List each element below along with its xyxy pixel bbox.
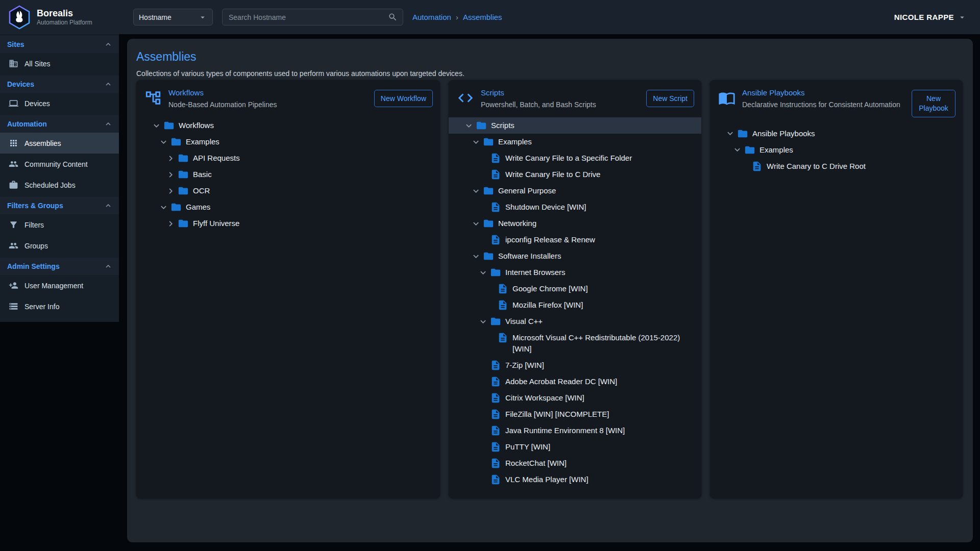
user-menu[interactable]: NICOLE RAPPE bbox=[894, 13, 967, 22]
tree-folder-scripts[interactable]: Scripts bbox=[449, 117, 701, 134]
search-box[interactable] bbox=[222, 9, 403, 26]
breadcrumb-link-automation[interactable]: Automation bbox=[412, 13, 451, 21]
folder-icon bbox=[170, 202, 182, 213]
tree-folder-general-purpose[interactable]: General Purpose bbox=[449, 183, 701, 199]
chevron-down-icon[interactable] bbox=[723, 128, 737, 139]
tree-file-rocketchat-win[interactable]: RocketChat [WIN] bbox=[449, 455, 701, 471]
sidebar-item-devices[interactable]: Devices bbox=[0, 93, 119, 114]
tree-folder-ansible-playbooks[interactable]: Ansible Playbooks bbox=[710, 126, 963, 142]
tree-folder-ocr[interactable]: OCR bbox=[136, 183, 440, 199]
new-workflow-button[interactable]: New Workflow bbox=[374, 90, 433, 107]
sidebar-item-label: Assemblies bbox=[24, 139, 61, 147]
chevron-down-icon[interactable] bbox=[469, 251, 482, 262]
groups-icon bbox=[9, 241, 18, 251]
twisty-spacer bbox=[738, 161, 751, 172]
scripts-card-title: Scripts bbox=[481, 88, 641, 97]
tree-folder-basic[interactable]: Basic bbox=[136, 166, 440, 183]
tree-folder-examples[interactable]: Examples bbox=[136, 134, 440, 150]
tree-file-java-runtime-environment-8-win[interactable]: Java Runtime Environment 8 [WIN] bbox=[449, 422, 701, 439]
sidebar-item-server-info[interactable]: Server Info bbox=[0, 296, 119, 317]
chevron-down-icon[interactable] bbox=[157, 136, 170, 147]
playbooks-card-subtitle: Declarative Instructions for Consistent … bbox=[742, 100, 906, 109]
scripts-card-subtitle: Powershell, Batch, and Bash Scripts bbox=[481, 100, 641, 109]
sidebar-item-groups[interactable]: Groups bbox=[0, 235, 119, 256]
chevron-down-icon[interactable] bbox=[469, 136, 482, 147]
tree-file-microsoft-visual-c-redistributable-2015-2022-win[interactable]: Microsoft Visual C++ Redistributable (20… bbox=[449, 330, 701, 357]
tree-file-write-canary-to-c-drive-root[interactable]: Write Canary to C Drive Root bbox=[710, 158, 963, 174]
playbooks-card-header: Ansible Playbooks Declarative Instructio… bbox=[710, 80, 963, 122]
chevron-right-icon[interactable] bbox=[164, 169, 177, 180]
breadcrumb-link-assemblies[interactable]: Assemblies bbox=[463, 13, 502, 21]
tree-file-filezilla-win-incomplete[interactable]: FileZilla [WIN] [INCOMPLETE] bbox=[449, 406, 701, 422]
tree-folder-games[interactable]: Games bbox=[136, 199, 440, 215]
chevron-right-icon[interactable] bbox=[164, 153, 177, 164]
tree-item-label: Basic bbox=[193, 169, 212, 180]
chevron-right-icon[interactable] bbox=[164, 185, 177, 196]
chevron-down-icon[interactable] bbox=[476, 316, 489, 327]
chevron-right-icon[interactable] bbox=[164, 218, 177, 229]
tree-item-label: Scripts bbox=[491, 120, 514, 131]
tree-item-label: Workflows bbox=[179, 120, 214, 131]
page-subtitle: Collections of various types of componen… bbox=[136, 69, 464, 78]
tree-item-label: ipconfig Release & Renew bbox=[505, 234, 595, 245]
tree-folder-examples[interactable]: Examples bbox=[449, 134, 701, 150]
tree-folder-internet-browsers[interactable]: Internet Browsers bbox=[449, 264, 701, 281]
folder-icon bbox=[737, 128, 749, 139]
twisty-spacer bbox=[476, 441, 489, 453]
playbooks-icon bbox=[718, 89, 736, 107]
new-script-button[interactable]: New Script bbox=[646, 90, 694, 107]
sidebar-section-devices[interactable]: Devices bbox=[0, 76, 119, 93]
tree-folder-software-installers[interactable]: Software Installers bbox=[449, 248, 701, 264]
sidebar-section-automation[interactable]: Automation bbox=[0, 115, 119, 133]
tree-item-label: Shutdown Device [WIN] bbox=[505, 202, 586, 213]
tree-folder-examples[interactable]: Examples bbox=[710, 142, 963, 158]
file-icon bbox=[489, 458, 502, 469]
tree-folder-visual-c[interactable]: Visual C++ bbox=[449, 313, 701, 330]
tree-file-citrix-workspace-win[interactable]: Citrix Workspace [WIN] bbox=[449, 390, 701, 406]
chevron-down-icon[interactable] bbox=[476, 267, 489, 278]
sidebar-section-admin-settings[interactable]: Admin Settings bbox=[0, 258, 119, 275]
tree-folder-workflows[interactable]: Workflows bbox=[136, 117, 440, 134]
chevron-down-icon[interactable] bbox=[150, 120, 163, 131]
sidebar-section-sites[interactable]: Sites bbox=[0, 36, 119, 53]
user-management-icon bbox=[9, 281, 18, 290]
twisty-spacer bbox=[476, 392, 489, 404]
borealis-logo-icon bbox=[7, 5, 32, 30]
sites-icon bbox=[9, 59, 18, 68]
chevron-down-icon[interactable] bbox=[730, 144, 744, 156]
search-input[interactable] bbox=[228, 13, 388, 22]
sidebar-item-all-sites[interactable]: All Sites bbox=[0, 53, 119, 74]
tree-file-mozilla-firefox-win[interactable]: Mozilla Firefox [WIN] bbox=[449, 297, 701, 313]
sidebar-item-assemblies[interactable]: Assemblies bbox=[0, 133, 119, 154]
tree-file-ipconfig-release-renew[interactable]: ipconfig Release & Renew bbox=[449, 232, 701, 248]
file-icon bbox=[497, 332, 509, 343]
sidebar-item-community-content[interactable]: Community Content bbox=[0, 154, 119, 174]
twisty-spacer bbox=[483, 299, 497, 311]
sidebar-item-user-management[interactable]: User Management bbox=[0, 275, 119, 296]
tree-file-7-zip-win[interactable]: 7-Zip [WIN] bbox=[449, 357, 701, 373]
page-title: Assemblies bbox=[136, 50, 197, 64]
file-icon bbox=[489, 153, 502, 164]
folder-icon bbox=[177, 185, 189, 196]
tree-file-write-canary-file-to-c-drive[interactable]: Write Canary File to C Drive bbox=[449, 166, 701, 183]
tree-file-write-canary-file-to-a-specific-folder[interactable]: Write Canary File to a Specific Folder bbox=[449, 150, 701, 166]
sidebar-section-filters-groups[interactable]: Filters & Groups bbox=[0, 197, 119, 214]
hostname-select[interactable]: Hostname bbox=[133, 9, 213, 26]
tree-folder-flyff-universe[interactable]: Flyff Universe bbox=[136, 215, 440, 232]
tree-item-label: API Requests bbox=[193, 153, 240, 164]
tree-folder-networking[interactable]: Networking bbox=[449, 215, 701, 232]
sidebar-item-filters[interactable]: Filters bbox=[0, 214, 119, 235]
tree-file-google-chrome-win[interactable]: Google Chrome [WIN] bbox=[449, 281, 701, 297]
tree-item-label: PuTTY [WIN] bbox=[505, 441, 550, 453]
sidebar-item-scheduled-jobs[interactable]: Scheduled Jobs bbox=[0, 174, 119, 195]
tree-file-adobe-acrobat-reader-dc-win[interactable]: Adobe Acrobat Reader DC [WIN] bbox=[449, 373, 701, 390]
tree-file-putty-win[interactable]: PuTTY [WIN] bbox=[449, 439, 701, 455]
new-playbook-button[interactable]: New Playbook bbox=[912, 90, 955, 117]
tree-folder-api-requests[interactable]: API Requests bbox=[136, 150, 440, 166]
chevron-down-icon[interactable] bbox=[469, 218, 482, 229]
tree-file-shutdown-device-win[interactable]: Shutdown Device [WIN] bbox=[449, 199, 701, 215]
chevron-down-icon[interactable] bbox=[157, 202, 170, 213]
chevron-down-icon[interactable] bbox=[469, 185, 482, 196]
chevron-down-icon[interactable] bbox=[462, 120, 475, 131]
tree-file-vlc-media-player-win[interactable]: VLC Media Player [WIN] bbox=[449, 471, 701, 488]
